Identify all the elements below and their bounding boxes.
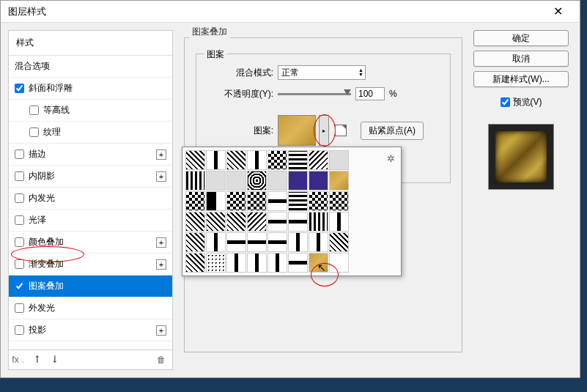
pattern-cell[interactable] [267, 253, 287, 273]
style-checkbox[interactable] [15, 171, 24, 181]
pattern-cell[interactable] [329, 150, 349, 170]
slider-thumb[interactable] [344, 89, 351, 95]
pattern-cell[interactable] [288, 150, 308, 170]
style-label: 光泽 [29, 214, 46, 226]
pattern-cell[interactable] [329, 232, 349, 252]
style-item-描边[interactable]: 描边+ [9, 144, 172, 166]
pattern-cell[interactable] [185, 191, 205, 211]
style-item-内发光[interactable]: 内发光 [9, 188, 172, 210]
pattern-cell[interactable] [206, 171, 226, 191]
pattern-cell[interactable] [309, 171, 328, 191]
ok-button[interactable]: 确定 [473, 30, 569, 46]
up-arrow-icon[interactable]: 🠕 [31, 353, 44, 366]
pattern-cell[interactable] [206, 232, 226, 252]
pattern-cell[interactable] [226, 171, 246, 191]
pattern-cell[interactable] [288, 191, 308, 211]
style-checkbox[interactable] [15, 149, 24, 159]
style-label: 纹理 [43, 126, 61, 138]
pattern-cell[interactable] [267, 232, 287, 252]
pattern-cell[interactable] [309, 212, 328, 232]
pattern-cell[interactable] [247, 212, 267, 232]
cancel-button[interactable]: 取消 [473, 51, 569, 67]
down-arrow-icon[interactable]: 🠗 [48, 353, 62, 366]
pattern-cell[interactable] [309, 232, 328, 252]
style-checkbox[interactable] [29, 127, 39, 137]
pattern-cell[interactable] [247, 253, 267, 273]
style-item-投影[interactable]: 投影+ [9, 319, 172, 341]
pattern-cell[interactable] [267, 191, 287, 211]
pattern-cell[interactable] [309, 191, 328, 211]
pattern-cell[interactable] [267, 150, 287, 170]
style-checkbox[interactable] [15, 84, 24, 93]
gear-icon[interactable]: ✲ [387, 153, 395, 164]
pattern-cell[interactable] [185, 232, 205, 252]
pattern-cell[interactable] [288, 232, 308, 252]
style-item-外发光[interactable]: 外发光 [9, 297, 172, 319]
pattern-cell[interactable] [267, 212, 287, 232]
style-checkbox[interactable] [15, 237, 24, 247]
style-checkbox[interactable] [15, 303, 24, 313]
pattern-cell[interactable] [267, 171, 287, 191]
pattern-cell[interactable] [247, 150, 267, 170]
plus-icon[interactable]: + [156, 325, 166, 336]
style-item-颜色叠加[interactable]: 颜色叠加+ [9, 232, 172, 254]
opacity-slider[interactable] [278, 93, 351, 95]
style-checkbox[interactable] [15, 193, 24, 203]
pattern-cell[interactable] [288, 212, 308, 232]
plus-icon[interactable]: + [156, 171, 166, 182]
style-checkbox[interactable] [29, 106, 39, 115]
pattern-cell[interactable] [309, 253, 328, 273]
pattern-dropdown-arrow[interactable]: ▸ [319, 115, 329, 146]
pattern-cell[interactable] [206, 150, 226, 170]
preview-checkbox[interactable] [501, 97, 510, 107]
new-style-button[interactable]: 新建样式(W)... [473, 71, 569, 87]
pattern-cell[interactable] [329, 212, 349, 232]
pattern-cell[interactable] [185, 212, 205, 232]
blending-options[interactable]: 混合选项 [9, 56, 172, 78]
pattern-cell[interactable] [288, 171, 308, 191]
style-checkbox[interactable] [15, 281, 24, 291]
pattern-cell[interactable] [226, 191, 246, 211]
plus-icon[interactable]: + [156, 259, 166, 270]
pattern-cell[interactable] [206, 253, 226, 273]
pattern-cell[interactable] [206, 191, 226, 211]
style-item-纹理[interactable]: 纹理 [9, 122, 172, 144]
blend-mode-select[interactable]: 正常 ▲▼ [278, 65, 366, 80]
plus-icon[interactable]: + [156, 149, 166, 160]
pattern-cell[interactable] [329, 191, 349, 211]
fx-icon[interactable]: fx﹒ [13, 353, 26, 366]
style-item-图案叠加[interactable]: 图案叠加 [9, 275, 172, 297]
style-checkbox[interactable] [15, 259, 24, 269]
pattern-cell[interactable] [226, 232, 246, 252]
pattern-cell[interactable] [185, 171, 205, 191]
pattern-swatch[interactable] [278, 115, 316, 146]
opacity-input[interactable] [355, 87, 385, 100]
preview-checkbox-row[interactable]: 预览(V) [501, 96, 542, 108]
pattern-cell[interactable] [226, 212, 246, 232]
close-button[interactable]: ✕ [543, 1, 572, 23]
style-item-渐变叠加[interactable]: 渐变叠加+ [9, 254, 172, 275]
pattern-cell[interactable] [247, 191, 267, 211]
style-item-内阴影[interactable]: 内阴影+ [9, 166, 172, 188]
new-pattern-icon[interactable] [335, 125, 347, 136]
pattern-cell[interactable] [309, 150, 328, 170]
pattern-cell[interactable] [288, 253, 308, 273]
snap-origin-button[interactable]: 贴紧原点(A) [361, 122, 424, 140]
pattern-cell[interactable] [329, 171, 349, 191]
style-item-斜面和浮雕[interactable]: 斜面和浮雕 [9, 78, 172, 100]
style-item-等高线[interactable]: 等高线 [9, 100, 172, 122]
style-checkbox[interactable] [15, 325, 24, 335]
trash-icon[interactable]: 🗑 [155, 353, 168, 366]
pattern-cell[interactable] [247, 232, 267, 252]
pattern-cell[interactable] [329, 253, 349, 273]
pattern-cell[interactable] [226, 150, 246, 170]
pattern-cell[interactable] [247, 171, 267, 191]
styles-header[interactable]: 样式 [9, 31, 172, 56]
pattern-cell[interactable] [206, 212, 226, 232]
plus-icon[interactable]: + [156, 237, 166, 248]
pattern-cell[interactable] [185, 253, 205, 273]
pattern-cell[interactable] [185, 150, 205, 170]
pattern-cell[interactable] [226, 253, 246, 273]
style-item-光泽[interactable]: 光泽 [9, 210, 172, 232]
style-checkbox[interactable] [15, 215, 24, 225]
